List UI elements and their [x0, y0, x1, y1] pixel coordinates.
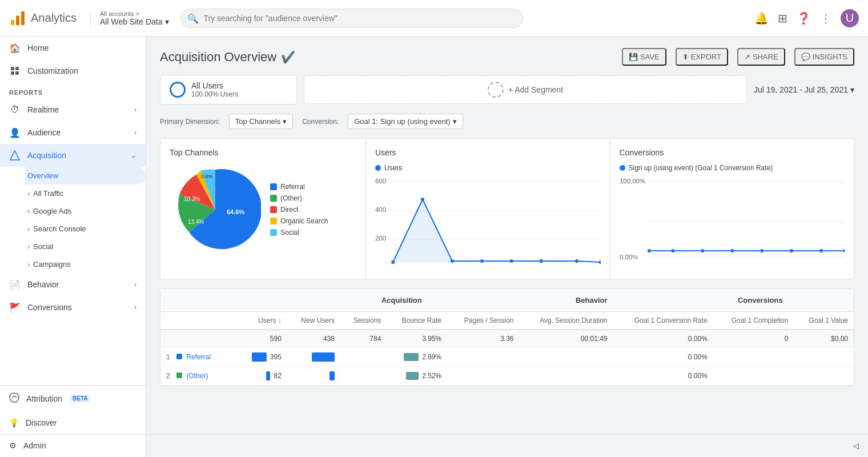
avg-session-header[interactable]: Avg. Session Duration	[520, 312, 613, 330]
row2-goal1-value	[794, 367, 854, 386]
share-button[interactable]: ↗ SHARE	[737, 48, 785, 66]
conversion-dropdown[interactable]: Goal 1: Sign up (using event) ▾	[348, 114, 463, 129]
sidebar-item-search-console[interactable]: › Search Console	[27, 220, 146, 238]
verified-icon: ✔️	[281, 50, 295, 64]
table-header-row: Users ↓ New Users Sessions Bounce Rate P	[160, 312, 854, 330]
pages-session-header[interactable]: Pages / Session	[447, 312, 519, 330]
total-bounce-rate: 3.95%	[387, 330, 447, 348]
svg-point-27	[598, 260, 600, 264]
all-accounts-label: All accounts >	[100, 10, 168, 17]
users-bar	[252, 352, 267, 362]
channel-header[interactable]	[160, 312, 246, 330]
svg-marker-19	[393, 199, 600, 262]
svg-point-20	[391, 260, 395, 264]
other-color-dot	[176, 372, 182, 378]
sessions-header[interactable]: Sessions	[340, 312, 387, 330]
logo-area: Analytics	[9, 10, 77, 27]
conversions-chart-panel: Conversions Sign up (using event) (Goal …	[610, 139, 854, 279]
totals-row: 590 438 784 3.95% 3.36 00:01:49 0.00% 0 …	[160, 330, 854, 348]
bounce-rate-header[interactable]: Bounce Rate	[387, 312, 447, 330]
users-header[interactable]: Users ↓	[246, 312, 287, 330]
reports-section-label: REPORTS	[0, 82, 146, 98]
topbar-actions: 🔔 ⊞ ❓ ⋮ U	[754, 9, 859, 27]
total-new-users: 438	[287, 330, 340, 348]
row1-pages-session	[447, 348, 519, 367]
referral-link[interactable]: Referral	[186, 353, 211, 361]
sidebar-item-conversions[interactable]: 🚩 Conversions ›	[0, 296, 146, 319]
table-row: 2 (Other) 82	[160, 367, 854, 386]
sidebar-item-social[interactable]: › Social	[27, 238, 146, 255]
sidebar-collapse-button[interactable]: ◁	[0, 434, 146, 457]
behavior-section-header: Behavior	[507, 296, 676, 304]
search-bar[interactable]: 🔍	[180, 9, 523, 28]
notification-icon[interactable]: 🔔	[754, 11, 769, 25]
add-segment-button[interactable]: + Add Segment	[304, 75, 747, 104]
total-sessions: 784	[340, 330, 387, 348]
goal1-rate-header[interactable]: Goal 1 Conversion Rate	[613, 312, 713, 330]
conversions-legend: Sign up (using event) (Goal 1 Conversion…	[620, 164, 845, 172]
acquisition-section-header: Acquisition	[296, 296, 507, 304]
svg-point-21	[421, 198, 424, 201]
row2-channel: 2 (Other)	[160, 367, 246, 386]
help-icon[interactable]: ❓	[797, 11, 811, 25]
row1-channel: 1 Referral	[160, 348, 246, 367]
sidebar-item-google-ads[interactable]: › Google Ads	[27, 202, 146, 220]
total-users: 590	[246, 330, 287, 348]
svg-rect-0	[11, 20, 14, 25]
row2-goal1-rate: 0.00%	[613, 367, 713, 386]
users-chart-area: 600 400 200	[375, 177, 601, 270]
svg-text:0.8%: 0.8%	[201, 174, 213, 179]
new-users-header[interactable]: New Users	[287, 312, 340, 330]
sidebar-item-all-traffic[interactable]: › All Traffic	[27, 185, 146, 202]
date-range-picker[interactable]: Jul 19, 2021 - Jul 25, 2021 ▾	[754, 85, 854, 94]
goal1-completion-header[interactable]: Goal 1 Completion	[713, 312, 794, 330]
more-icon[interactable]: ⋮	[820, 11, 831, 25]
topbar: Analytics All accounts > All Web Site Da…	[0, 0, 868, 37]
goal1-value-header[interactable]: Goal 1 Value	[794, 312, 854, 330]
table-section-header: Acquisition Behavior Conversions	[160, 289, 854, 312]
sidebar-item-audience[interactable]: 👤 Audience ›	[0, 121, 146, 144]
sidebar-item-customization[interactable]: Customization	[0, 59, 146, 82]
sidebar-item-acquisition[interactable]: Acquisition ⌄	[0, 144, 146, 167]
social-label: Social	[33, 242, 53, 251]
social-color-dot	[270, 229, 277, 236]
account-selector[interactable]: All accounts > All Web Site Data ▾	[90, 10, 168, 26]
row2-pages-session	[447, 367, 519, 386]
beta-badge: BETA	[70, 395, 90, 402]
svg-rect-1	[16, 15, 19, 25]
svg-text:64.6%: 64.6%	[227, 209, 244, 215]
row1-avg-session	[520, 348, 613, 367]
apps-icon[interactable]: ⊞	[778, 11, 787, 25]
sidebar-item-discover[interactable]: 💡 Discover	[0, 411, 146, 434]
sidebar-item-overview[interactable]: Overview	[25, 167, 146, 185]
row2-sessions	[340, 367, 387, 386]
new-users-bar	[329, 371, 335, 380]
legend-other: (Other)	[270, 194, 328, 202]
insights-button[interactable]: 💬 INSIGHTS	[794, 48, 854, 66]
other-link[interactable]: (Other)	[186, 372, 208, 380]
svg-point-25	[540, 259, 543, 263]
behavior-icon: 📄	[9, 279, 21, 290]
chevron-right-icon: ›	[27, 260, 30, 268]
all-users-segment[interactable]: All Users 100.00% Users	[160, 75, 297, 105]
sidebar-item-home[interactable]: 🏠 Home	[0, 37, 146, 59]
primary-dimension-dropdown[interactable]: Top Channels ▾	[229, 114, 294, 129]
svg-point-44	[760, 249, 763, 252]
sidebar-item-attribution[interactable]: Attribution BETA	[0, 386, 146, 411]
legend-direct: Direct	[270, 206, 328, 214]
account-name[interactable]: All Web Site Data ▾	[100, 17, 168, 26]
save-button[interactable]: 💾 SAVE	[622, 48, 666, 66]
add-segment-label: + Add Segment	[508, 85, 563, 94]
user-avatar[interactable]: U	[841, 9, 859, 27]
svg-point-24	[510, 259, 513, 263]
svg-point-41	[671, 249, 674, 252]
audience-icon: 👤	[9, 127, 21, 138]
discover-label: Discover	[26, 418, 57, 427]
share-icon: ↗	[744, 53, 750, 61]
search-input[interactable]	[180, 9, 523, 28]
sidebar-item-behavior[interactable]: 📄 Behavior ›	[0, 273, 146, 296]
chevron-right-icon: ›	[134, 303, 136, 311]
export-button[interactable]: ⬆ EXPORT	[676, 48, 728, 66]
sidebar-item-campaigns[interactable]: › Campaigns	[27, 255, 146, 273]
sidebar-item-realtime[interactable]: ⏱ Realtime ›	[0, 98, 146, 121]
